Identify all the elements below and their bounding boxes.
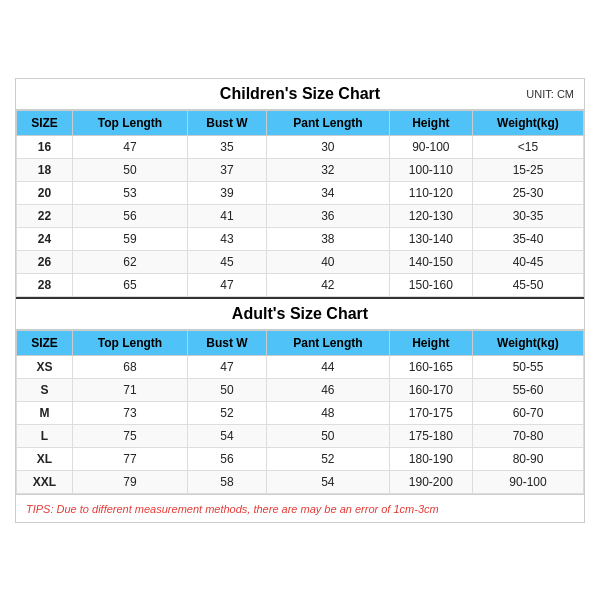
table-cell: 36 <box>266 204 389 227</box>
table-cell: 79 <box>72 470 187 493</box>
table-cell: 130-140 <box>389 227 472 250</box>
children-title-row: Children's Size Chart UNIT: CM <box>16 79 584 110</box>
table-cell: 42 <box>266 273 389 296</box>
table-cell: 73 <box>72 401 187 424</box>
table-cell: 39 <box>188 181 267 204</box>
table-cell: 53 <box>72 181 187 204</box>
adult-header-row: SIZE Top Length Bust W Pant Length Heigh… <box>17 330 584 355</box>
table-cell: 25-30 <box>472 181 583 204</box>
adult-col-size: SIZE <box>17 330 73 355</box>
table-cell: 160-165 <box>389 355 472 378</box>
table-cell: <15 <box>472 135 583 158</box>
table-cell: 35-40 <box>472 227 583 250</box>
table-cell: 65 <box>72 273 187 296</box>
adult-col-pant-length: Pant Length <box>266 330 389 355</box>
table-cell: 190-200 <box>389 470 472 493</box>
table-cell: 70-80 <box>472 424 583 447</box>
table-row: L755450175-18070-80 <box>17 424 584 447</box>
table-cell: 90-100 <box>389 135 472 158</box>
children-col-pant-length: Pant Length <box>266 110 389 135</box>
table-cell: 59 <box>72 227 187 250</box>
children-col-weight: Weight(kg) <box>472 110 583 135</box>
table-cell: 44 <box>266 355 389 378</box>
table-cell: XL <box>17 447 73 470</box>
table-cell: 38 <box>266 227 389 250</box>
table-cell: 54 <box>188 424 267 447</box>
table-cell: XXL <box>17 470 73 493</box>
table-cell: 46 <box>266 378 389 401</box>
table-cell: 30 <box>266 135 389 158</box>
table-cell: 24 <box>17 227 73 250</box>
table-cell: 75 <box>72 424 187 447</box>
size-chart-container: Children's Size Chart UNIT: CM SIZE Top … <box>15 78 585 523</box>
table-row: 26624540140-15040-45 <box>17 250 584 273</box>
table-cell: 180-190 <box>389 447 472 470</box>
table-cell: 120-130 <box>389 204 472 227</box>
table-cell: 45-50 <box>472 273 583 296</box>
table-cell: 71 <box>72 378 187 401</box>
children-chart-title: Children's Size Chart <box>220 85 380 103</box>
tips-row: TIPS: Due to different measurement metho… <box>16 494 584 522</box>
children-header-row: SIZE Top Length Bust W Pant Length Heigh… <box>17 110 584 135</box>
table-cell: 45 <box>188 250 267 273</box>
table-row: 20533934110-12025-30 <box>17 181 584 204</box>
table-cell: 140-150 <box>389 250 472 273</box>
table-cell: 60-70 <box>472 401 583 424</box>
table-cell: 55-60 <box>472 378 583 401</box>
table-cell: 40 <box>266 250 389 273</box>
table-cell: 47 <box>188 273 267 296</box>
children-col-bust-w: Bust W <box>188 110 267 135</box>
table-cell: 47 <box>72 135 187 158</box>
table-cell: 48 <box>266 401 389 424</box>
adult-table: SIZE Top Length Bust W Pant Length Heigh… <box>16 330 584 494</box>
table-cell: 170-175 <box>389 401 472 424</box>
table-cell: 80-90 <box>472 447 583 470</box>
table-row: XXL795854190-20090-100 <box>17 470 584 493</box>
table-cell: 20 <box>17 181 73 204</box>
children-table: SIZE Top Length Bust W Pant Length Heigh… <box>16 110 584 297</box>
table-cell: 100-110 <box>389 158 472 181</box>
table-cell: L <box>17 424 73 447</box>
adult-chart-title: Adult's Size Chart <box>232 305 368 323</box>
table-cell: 15-25 <box>472 158 583 181</box>
table-cell: 22 <box>17 204 73 227</box>
adult-col-top-length: Top Length <box>72 330 187 355</box>
children-col-size: SIZE <box>17 110 73 135</box>
table-cell: 18 <box>17 158 73 181</box>
table-cell: 56 <box>72 204 187 227</box>
table-cell: 52 <box>266 447 389 470</box>
adult-col-weight: Weight(kg) <box>472 330 583 355</box>
adult-col-bust-w: Bust W <box>188 330 267 355</box>
table-cell: 28 <box>17 273 73 296</box>
adult-col-height: Height <box>389 330 472 355</box>
table-row: 1647353090-100<15 <box>17 135 584 158</box>
table-cell: 160-170 <box>389 378 472 401</box>
table-cell: 68 <box>72 355 187 378</box>
table-cell: 43 <box>188 227 267 250</box>
table-row: M735248170-17560-70 <box>17 401 584 424</box>
table-cell: 58 <box>188 470 267 493</box>
table-cell: 40-45 <box>472 250 583 273</box>
table-row: S715046160-17055-60 <box>17 378 584 401</box>
table-cell: 50 <box>72 158 187 181</box>
table-row: XS684744160-16550-55 <box>17 355 584 378</box>
tips-text: TIPS: Due to different measurement metho… <box>26 503 439 515</box>
table-cell: 47 <box>188 355 267 378</box>
adult-title-row: Adult's Size Chart <box>16 297 584 330</box>
table-cell: 54 <box>266 470 389 493</box>
table-row: 24594338130-14035-40 <box>17 227 584 250</box>
table-row: 18503732100-11015-25 <box>17 158 584 181</box>
table-row: XL775652180-19080-90 <box>17 447 584 470</box>
table-cell: 56 <box>188 447 267 470</box>
table-cell: 41 <box>188 204 267 227</box>
table-cell: 50 <box>188 378 267 401</box>
table-cell: 175-180 <box>389 424 472 447</box>
table-cell: 62 <box>72 250 187 273</box>
table-cell: S <box>17 378 73 401</box>
children-col-top-length: Top Length <box>72 110 187 135</box>
table-cell: 35 <box>188 135 267 158</box>
table-cell: M <box>17 401 73 424</box>
table-cell: XS <box>17 355 73 378</box>
table-cell: 150-160 <box>389 273 472 296</box>
table-row: 22564136120-13030-35 <box>17 204 584 227</box>
